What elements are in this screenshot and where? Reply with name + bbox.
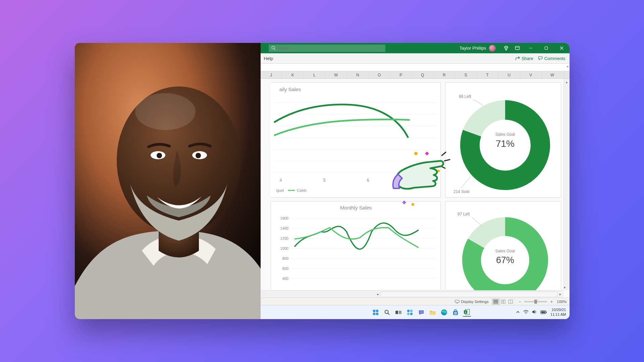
comments-button[interactable]: Comments xyxy=(538,56,566,61)
svg-line-78 xyxy=(388,313,390,315)
taskbar-search-icon[interactable] xyxy=(383,308,391,317)
zoom-out-button[interactable]: − xyxy=(518,300,523,304)
comments-label: Comments xyxy=(544,56,566,61)
scroll-right-icon[interactable]: ▸ xyxy=(557,291,564,298)
svg-rect-74 xyxy=(376,310,378,312)
ribbon: Help Share Comments xyxy=(261,53,570,64)
svg-text:4: 4 xyxy=(279,178,282,183)
column-header-n[interactable]: N xyxy=(347,71,369,78)
zoom-in-button[interactable]: + xyxy=(549,300,554,304)
svg-text:7: 7 xyxy=(409,178,411,183)
column-header-s[interactable]: S xyxy=(455,71,477,78)
column-header-q[interactable]: Q xyxy=(412,71,434,78)
horizontal-scrollbar[interactable]: ◂ ▸ xyxy=(261,290,564,298)
taskbar-excel-icon[interactable]: X xyxy=(463,308,471,317)
app-mode-icon[interactable] xyxy=(512,43,523,53)
card-daily-sales: aily Sales 4567 xyxy=(271,82,441,198)
svg-point-6 xyxy=(135,93,196,130)
column-header-t[interactable]: T xyxy=(477,71,499,78)
svg-text:67%: 67% xyxy=(496,255,514,265)
svg-text:1600: 1600 xyxy=(280,216,288,220)
scroll-down-icon[interactable]: ▾ xyxy=(564,284,566,290)
windows-taskbar: X 10/20/21 11:11 AM xyxy=(261,305,570,319)
column-headers: JKLMNOPQRSTUVW xyxy=(261,71,570,79)
share-button[interactable]: Share xyxy=(515,56,533,61)
user-avatar[interactable] xyxy=(489,45,496,52)
tray-volume-icon[interactable] xyxy=(532,309,537,315)
svg-rect-89 xyxy=(453,311,458,315)
svg-rect-12 xyxy=(545,47,548,50)
scroll-left-icon[interactable]: ◂ xyxy=(375,291,381,298)
column-header-u[interactable]: U xyxy=(498,71,520,78)
svg-text:1000: 1000 xyxy=(280,246,288,250)
svg-rect-91 xyxy=(456,312,457,313)
svg-point-97 xyxy=(526,313,527,314)
taskbar-explorer-icon[interactable] xyxy=(428,308,437,317)
svg-text:400: 400 xyxy=(282,277,288,281)
column-header-w[interactable]: W xyxy=(542,71,564,78)
card-sales-goal-67: Sales Goal 67% 97 Left xyxy=(445,201,561,290)
svg-rect-75 xyxy=(373,313,375,315)
view-normal-icon[interactable] xyxy=(492,299,499,305)
display-settings-button[interactable]: Display Settings xyxy=(455,300,488,304)
view-page-break-icon[interactable] xyxy=(507,299,514,305)
window-maximize[interactable] xyxy=(539,43,554,53)
taskbar-clock[interactable]: 10/20/21 11:11 AM xyxy=(550,308,566,317)
search-box[interactable] xyxy=(269,45,385,52)
svg-rect-69 xyxy=(501,300,503,303)
search-input[interactable] xyxy=(278,46,383,51)
column-header-r[interactable]: R xyxy=(434,71,455,78)
column-header-l[interactable]: L xyxy=(304,71,326,78)
scroll-up-icon[interactable]: ▴ xyxy=(564,79,570,85)
view-page-layout-icon[interactable] xyxy=(499,299,507,305)
zoom-slider[interactable] xyxy=(524,301,547,302)
status-bar: Display Settings − + 100% xyxy=(261,298,570,305)
worksheet[interactable]: aily Sales 4567 xyxy=(261,79,570,298)
svg-text:214 Sold: 214 Sold xyxy=(453,189,469,194)
tray-battery-icon[interactable] xyxy=(540,309,547,315)
svg-line-32 xyxy=(473,99,483,105)
formula-expand-icon[interactable]: ▾ xyxy=(567,65,569,68)
column-header-p[interactable]: P xyxy=(390,71,412,78)
svg-rect-90 xyxy=(454,312,455,313)
window-minimize[interactable] xyxy=(523,43,539,53)
svg-rect-87 xyxy=(430,312,436,315)
svg-line-61 xyxy=(441,166,445,168)
column-header-v[interactable]: V xyxy=(520,71,542,78)
window-close[interactable] xyxy=(554,43,570,53)
svg-rect-92 xyxy=(454,313,455,314)
column-header-m[interactable]: M xyxy=(325,71,347,78)
svg-line-34 xyxy=(461,176,471,188)
column-header-j[interactable]: J xyxy=(261,71,282,78)
svg-rect-93 xyxy=(456,313,457,314)
taskbar-edge-icon[interactable] xyxy=(440,308,448,317)
card-monthly-sales: Monthly Sales 160014001200 1000800600400 xyxy=(271,201,441,290)
svg-rect-76 xyxy=(376,313,378,315)
ribbon-tab-help[interactable]: Help xyxy=(263,54,275,63)
svg-rect-73 xyxy=(373,310,375,312)
taskbar-time: 11:11 AM xyxy=(550,312,566,317)
taskbar-chat-icon[interactable] xyxy=(417,308,426,317)
svg-point-85 xyxy=(420,311,421,312)
column-header-k[interactable]: K xyxy=(282,71,304,78)
formula-bar[interactable]: ▾ xyxy=(261,64,570,71)
svg-rect-9 xyxy=(515,46,519,49)
diamond-icon[interactable] xyxy=(500,43,512,53)
user-name[interactable]: Taylor Phillips xyxy=(460,46,486,51)
tray-chevron-icon[interactable] xyxy=(516,309,520,315)
tray-wifi-icon[interactable] xyxy=(523,309,529,315)
column-header-o[interactable]: O xyxy=(369,71,390,78)
svg-rect-84 xyxy=(410,313,413,315)
taskbar-widgets-icon[interactable] xyxy=(406,308,414,317)
taskbar-taskview-icon[interactable] xyxy=(394,308,403,317)
vertical-scrollbar[interactable]: ▴ ▾ xyxy=(564,79,570,290)
card-sales-goal-71: Sales Goal 71% 86 Left 214 Sold xyxy=(445,82,561,198)
taskbar-start-icon[interactable] xyxy=(371,308,380,317)
taskbar-store-icon[interactable] xyxy=(451,308,460,317)
share-label: Share xyxy=(522,56,533,61)
svg-rect-99 xyxy=(546,311,547,313)
zoom-level[interactable]: 100% xyxy=(557,300,567,304)
svg-text:71%: 71% xyxy=(495,138,514,149)
svg-rect-81 xyxy=(407,310,410,312)
svg-point-5 xyxy=(196,153,201,158)
